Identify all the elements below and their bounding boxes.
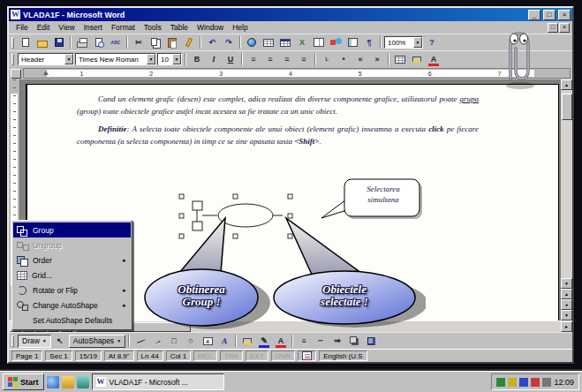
context-menu-item-grid[interactable]: Grid... xyxy=(13,268,131,283)
italic-button[interactable]: I xyxy=(206,52,222,66)
close-button[interactable]: × xyxy=(558,10,571,20)
chevron-down-icon[interactable]: ▼ xyxy=(147,54,155,64)
menu-format[interactable]: Format xyxy=(107,22,140,33)
format-painter-button[interactable] xyxy=(181,35,197,49)
next-page-button[interactable]: ▼ xyxy=(561,310,572,320)
task-button-word[interactable]: W VLADA1F - Microsoft ... xyxy=(92,373,224,390)
menu-help[interactable]: Help xyxy=(228,22,252,33)
zoom-combo[interactable]: 100% ▼ xyxy=(384,36,423,49)
increase-indent-button[interactable]: » xyxy=(369,52,385,66)
p1-grupa-link[interactable]: grupa xyxy=(459,94,479,103)
bullets-button[interactable]: • xyxy=(336,52,351,66)
font-color-button[interactable]: A xyxy=(426,52,442,66)
insert-table-button[interactable] xyxy=(277,35,293,49)
status-trk[interactable]: TRK xyxy=(220,351,243,361)
toolbar-drag-handle[interactable] xyxy=(11,54,14,65)
menu-insert[interactable]: Insert xyxy=(79,22,107,33)
font-combo[interactable]: Times New Roman ▼ xyxy=(75,53,156,65)
oval-button[interactable]: ○ xyxy=(183,334,199,348)
justify-button[interactable]: ≡ xyxy=(296,52,312,66)
draw-menu-button[interactable]: Draw▼ xyxy=(18,335,51,348)
threed-button[interactable] xyxy=(363,334,379,348)
cut-button[interactable]: ✂ xyxy=(131,35,147,49)
context-menu-item-rotate-or-flip[interactable]: Rotate or Flip ► xyxy=(13,283,131,298)
menu-file[interactable]: File xyxy=(11,22,33,33)
rectangle-button[interactable]: □ xyxy=(166,334,182,348)
shadow-button[interactable] xyxy=(346,334,362,348)
fill-color-button[interactable] xyxy=(239,334,255,348)
minimize-button[interactable]: _ xyxy=(528,10,540,20)
balloon-obtinerea-group[interactable] xyxy=(141,213,283,329)
new-document-button[interactable] xyxy=(18,35,34,49)
highlight-button[interactable] xyxy=(409,52,425,66)
underline-button[interactable]: U xyxy=(223,52,238,66)
insert-hyperlink-button[interactable] xyxy=(244,35,260,49)
menu-window[interactable]: Window xyxy=(193,22,228,33)
status-spelling[interactable] xyxy=(298,351,316,361)
menu-tools[interactable]: Tools xyxy=(140,22,166,33)
menu-table[interactable]: Table xyxy=(166,22,193,33)
columns-button[interactable] xyxy=(311,35,327,49)
decrease-indent-button[interactable]: « xyxy=(352,52,368,66)
context-menu-item-group[interactable]: Group xyxy=(13,222,131,237)
context-menu-item-set-autoshape-defaults[interactable]: Set AutoShape Defaults xyxy=(13,313,131,328)
select-objects-button[interactable]: ↖ xyxy=(52,334,68,348)
bold-button[interactable]: B xyxy=(189,52,205,66)
spelling-button[interactable]: ABC xyxy=(108,35,124,49)
scroll-up-button[interactable]: ▲ xyxy=(561,79,572,90)
vertical-scroll-thumb[interactable] xyxy=(562,94,572,120)
align-right-button[interactable]: ≡ xyxy=(279,52,295,66)
print-preview-button[interactable] xyxy=(91,35,107,49)
show-desktop-icon[interactable] xyxy=(77,376,89,388)
copy-button[interactable] xyxy=(147,35,163,49)
borders-button[interactable] xyxy=(392,52,408,66)
volume-icon[interactable] xyxy=(542,378,551,387)
outlook-icon[interactable] xyxy=(62,376,74,388)
numbering-button[interactable]: 1. xyxy=(319,52,335,66)
arrow-style-button[interactable]: ⇒ xyxy=(329,334,345,348)
start-button[interactable]: Start xyxy=(3,373,44,390)
insert-excel-button[interactable]: X xyxy=(294,35,310,49)
balloon-obiectele-selectate[interactable] xyxy=(267,215,426,328)
print-button[interactable] xyxy=(74,35,90,49)
context-menu-item-change-autoshape[interactable]: Change AutoShape ► xyxy=(13,298,131,313)
drawing-button[interactable] xyxy=(328,35,344,49)
office-assistant-clippy[interactable] xyxy=(496,29,542,91)
vertical-scrollbar[interactable]: ▲ ▼ ▲ ● ▼ xyxy=(560,79,572,320)
menu-view[interactable]: View xyxy=(54,22,79,33)
font-size-combo[interactable]: 10 ▼ xyxy=(157,53,182,65)
office-assistant-button[interactable]: ? xyxy=(424,35,440,49)
redo-button[interactable]: ↷ xyxy=(221,35,237,49)
select-browse-object-button[interactable]: ● xyxy=(561,299,572,310)
status-ext[interactable]: EXT xyxy=(246,351,268,361)
internet-explorer-icon[interactable] xyxy=(47,376,59,388)
autoshapes-menu-button[interactable]: AutoShapes▼ xyxy=(69,335,125,348)
tab-selector-button[interactable] xyxy=(11,69,21,79)
status-ovr[interactable]: OVR xyxy=(271,351,295,361)
wordart-button[interactable]: A xyxy=(216,334,232,348)
doc-restore-button[interactable]: □ xyxy=(548,23,558,33)
font-color-button-drawing[interactable]: A xyxy=(273,334,289,348)
text-box-button[interactable]: A xyxy=(200,334,215,348)
show-hide-button[interactable]: ¶ xyxy=(361,35,377,49)
document-map-button[interactable] xyxy=(344,35,360,49)
toolbar-drag-handle[interactable] xyxy=(11,335,14,347)
status-rec[interactable]: REC xyxy=(193,351,217,361)
save-button[interactable] xyxy=(51,35,67,49)
scroll-down-button[interactable]: ▼ xyxy=(561,278,572,289)
line-button[interactable]: — xyxy=(132,334,148,348)
tray-icon-3[interactable] xyxy=(519,378,528,387)
line-style-button[interactable]: ≡ xyxy=(296,334,312,348)
arrow-button[interactable]: → xyxy=(149,334,165,348)
align-left-button[interactable]: ≡ xyxy=(246,52,261,66)
title-bar[interactable]: W VLADA1F - Microsoft Word _ □ × xyxy=(9,8,572,21)
align-center-button[interactable]: ≡ xyxy=(262,52,278,66)
style-combo[interactable]: Header ▼ xyxy=(18,53,74,65)
previous-page-button[interactable]: ▲ xyxy=(561,289,572,299)
maximize-button[interactable]: □ xyxy=(543,10,556,20)
tray-icon-4[interactable] xyxy=(531,378,540,387)
paste-button[interactable] xyxy=(164,35,180,49)
context-menu-item-ungroup[interactable]: Ungroup xyxy=(13,237,131,253)
chevron-down-icon[interactable]: ▼ xyxy=(172,54,181,64)
context-menu-item-order[interactable]: Order ► xyxy=(13,253,131,268)
